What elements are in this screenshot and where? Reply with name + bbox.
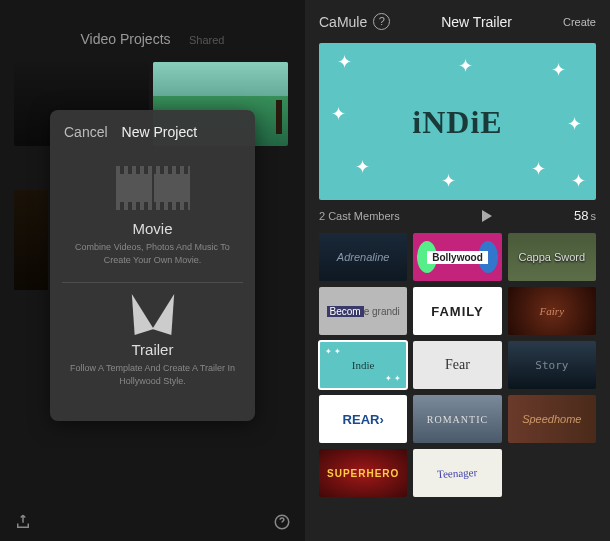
trailer-desc: Follow A Template And Create A Trailer I… [66,362,239,387]
template-preview: ✦✦✦ ✦✦✦ ✦✦✦ iNDiE [319,43,596,200]
template-tile-adrenaline[interactable]: Adrenaline [319,233,407,281]
template-tile-romantic[interactable]: ROMANTIC [413,395,501,443]
play-icon[interactable] [482,210,492,222]
template-tile-family[interactable]: FAMILY [413,287,501,335]
template-tile-bollywood[interactable]: Bollywood [413,233,501,281]
cancel-button[interactable]: Cancel [64,124,108,140]
trailer-label: Trailer [66,341,239,358]
template-tile-sword[interactable]: Cappa Sword [508,233,596,281]
template-tile-indie[interactable]: Indie [319,341,407,389]
movie-desc: Combine Videos, Photos And Music To Crea… [66,241,239,266]
preview-title: iNDiE [412,103,502,140]
template-grid: Adrenaline Bollywood Cappa Sword Become … [305,233,610,511]
template-tile-super[interactable]: SUPERHERO [319,449,407,497]
projects-header: Video Projects Shared [0,0,305,58]
export-icon[interactable] [14,513,32,531]
projects-screen: Video Projects Shared Cancel New Project… [0,0,305,541]
create-button[interactable]: Create [563,16,596,28]
template-tile-story[interactable]: Story [508,341,596,389]
back-button[interactable]: CaMule [319,14,367,30]
filmstrip-icon [66,166,239,210]
template-tile-speed[interactable]: Speedhome [508,395,596,443]
projects-subtitle: Shared [189,34,224,46]
projects-title: Video Projects [81,31,171,47]
help-icon[interactable]: ? [373,13,390,30]
template-tile-fairy[interactable]: Fairy [508,287,596,335]
template-tile-teen[interactable]: Teenager [413,449,501,497]
duration-label: 58s [574,208,596,223]
modal-title: New Project [122,124,197,140]
help-icon[interactable] [273,513,291,531]
template-tile-rear[interactable]: REAR› [319,395,407,443]
cast-members-label: 2 Cast Members [319,210,400,222]
trailer-screen: CaMule ? New Trailer Create ✦✦✦ ✦✦✦ ✦✦✦ … [305,0,610,541]
movie-option[interactable]: Movie Combine Videos, Photos And Music T… [50,150,255,282]
new-project-modal: Cancel New Project Movie Combine Videos,… [50,110,255,421]
project-thumb[interactable] [14,190,48,290]
template-tile-fear[interactable]: Fear [413,341,501,389]
trailer-option[interactable]: Trailer Follow A Template And Create A T… [50,283,255,403]
template-tile-become[interactable]: Become grandi [319,287,407,335]
spotlights-icon [126,293,180,341]
movie-label: Movie [66,220,239,237]
page-title: New Trailer [390,14,563,30]
